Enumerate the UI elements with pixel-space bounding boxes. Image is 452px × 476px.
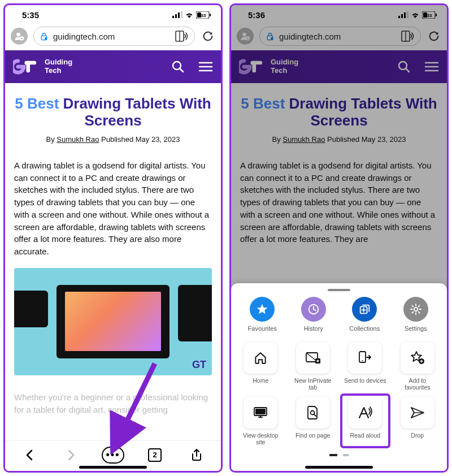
star-icon <box>256 303 268 315</box>
phone-screenshot-left: 5:35 33 + guidingtech.com Guiding Tech <box>3 3 223 473</box>
phone-screenshot-right: 5:36 33 + guidingtech.com Guiding Tech <box>229 3 449 473</box>
settings-shortcut[interactable]: Settings <box>393 297 438 332</box>
profile-button[interactable]: + <box>11 28 28 45</box>
reader-listen-icon[interactable] <box>175 31 189 42</box>
article-body: A drawing tablet is a godsend for digita… <box>14 159 212 258</box>
collections-shortcut[interactable]: Collections <box>342 297 387 332</box>
star-add-icon <box>410 350 425 365</box>
site-title: Guiding Tech <box>45 58 72 75</box>
svg-rect-55 <box>255 409 266 414</box>
view-desktop-site-tile[interactable]: View desktop site <box>237 397 285 446</box>
home-indicator[interactable] <box>79 466 147 469</box>
sheet-actions-grid: Home New InPrivate tab Send to devices A… <box>237 342 441 446</box>
url-text: guidingtech.com <box>53 32 171 41</box>
page-dot <box>343 454 349 456</box>
sheet-grabber[interactable] <box>328 289 350 291</box>
send-to-devices-tile[interactable]: Send to devices <box>341 342 389 391</box>
battery-icon: 33 <box>196 11 211 19</box>
search-icon[interactable] <box>171 60 185 73</box>
status-time: 5:35 <box>22 10 39 20</box>
new-inprivate-tile[interactable]: New InPrivate tab <box>289 342 337 391</box>
svg-line-18 <box>180 68 183 72</box>
find-page-icon <box>306 405 320 420</box>
home-tile[interactable]: Home <box>237 342 285 391</box>
article-byline: By Sumukh Rao Published May 23, 2023 <box>14 135 212 144</box>
svg-rect-0 <box>172 16 174 18</box>
forward-button[interactable] <box>60 444 82 466</box>
home-icon <box>253 350 268 365</box>
cellular-icon <box>172 11 182 18</box>
collections-icon <box>358 303 371 315</box>
favourites-shortcut[interactable]: Favourites <box>240 297 285 332</box>
article-hero-image: GT <box>14 268 212 375</box>
gear-icon <box>410 303 422 315</box>
back-button[interactable] <box>18 444 41 466</box>
wifi-icon <box>185 11 194 18</box>
tab-count-badge: 2 <box>148 448 162 462</box>
svg-point-8 <box>16 33 20 37</box>
read-aloud-icon <box>357 405 373 420</box>
tabs-button[interactable]: 2 <box>144 444 166 466</box>
browser-urlbar-row: + guidingtech.com <box>5 24 221 50</box>
clock-icon <box>307 303 320 315</box>
share-button[interactable] <box>185 444 208 466</box>
site-logo[interactable] <box>13 58 38 76</box>
lock-icon <box>40 31 49 41</box>
drop-tile[interactable]: Drop <box>394 397 442 446</box>
sheet-shortcuts-row: Favourites History Collections Settings <box>237 297 441 332</box>
read-aloud-tile[interactable]: Read aloud <box>341 397 389 446</box>
url-bar[interactable]: guidingtech.com <box>33 27 195 46</box>
chevron-left-icon <box>25 449 34 461</box>
author-link[interactable]: Sumukh Rao <box>56 135 99 144</box>
history-shortcut[interactable]: History <box>291 297 336 332</box>
page-dot-active <box>329 454 337 456</box>
share-icon <box>191 448 202 462</box>
svg-rect-1 <box>175 14 177 18</box>
svg-text:+: + <box>21 37 23 40</box>
send-devices-icon <box>358 350 372 365</box>
add-to-favourites-tile[interactable]: Add to favourites <box>394 342 442 391</box>
svg-point-12 <box>45 37 47 40</box>
find-on-page-tile[interactable]: Find on page <box>289 397 337 446</box>
ellipsis-icon: ••• <box>102 447 124 464</box>
svg-point-51 <box>362 360 363 361</box>
article-content: 5 Best Drawing Tablets With Screens By S… <box>5 83 221 381</box>
more-menu-button[interactable]: ••• <box>102 444 124 466</box>
svg-text:33: 33 <box>201 13 206 18</box>
status-bar: 5:35 33 <box>5 5 221 24</box>
site-header: Guiding Tech <box>5 50 221 83</box>
svg-point-47 <box>414 307 418 310</box>
status-indicators: 33 <box>172 11 211 19</box>
svg-rect-5 <box>210 14 211 16</box>
inprivate-icon <box>305 351 321 365</box>
sheet-page-indicator <box>237 454 441 456</box>
person-add-icon: + <box>14 31 24 41</box>
hamburger-menu-icon[interactable] <box>198 60 213 73</box>
desktop-icon <box>253 406 268 419</box>
bottom-sheet-menu: Favourites History Collections Settings … <box>231 283 447 471</box>
article-title: 5 Best Drawing Tablets With Screens <box>14 96 212 129</box>
svg-rect-2 <box>178 12 180 18</box>
svg-rect-3 <box>181 11 182 18</box>
refresh-button[interactable] <box>201 30 215 42</box>
chevron-right-icon <box>67 449 76 461</box>
refresh-icon <box>202 30 214 42</box>
svg-rect-16 <box>25 61 37 65</box>
svg-line-57 <box>314 414 316 416</box>
home-indicator[interactable] <box>305 466 373 469</box>
send-icon <box>410 406 425 419</box>
article-continuation-faded: Whether you're a beginner or a professio… <box>5 381 221 416</box>
